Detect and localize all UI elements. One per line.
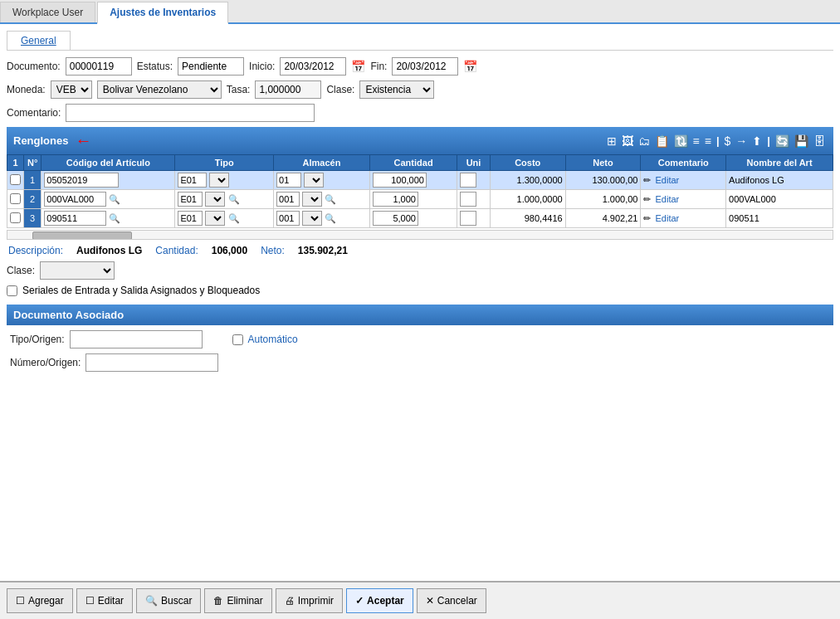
row3-costo: 980,4416 <box>490 209 565 228</box>
row2-editar-btn[interactable]: Editar <box>656 194 680 204</box>
row3-almacen-input[interactable] <box>276 211 300 226</box>
inicio-calendar-icon[interactable]: 📅 <box>351 60 365 73</box>
row2-almacen-select[interactable] <box>302 192 322 207</box>
toolbar-btn-save[interactable]: 💾 <box>793 133 810 149</box>
toolbar-btn-up[interactable]: ⬆ <box>750 133 764 149</box>
tipo-origen-input[interactable] <box>70 330 203 348</box>
toolbar-btn-2[interactable]: 🖼 <box>620 133 635 149</box>
row1-editar-btn[interactable]: Editar <box>656 175 680 185</box>
form-row-1: Documento: Estatus: Inicio: 📅 Fin: 📅 <box>7 57 833 76</box>
row3-num: 3 <box>24 209 42 228</box>
row3-uni-input[interactable] <box>460 211 476 226</box>
imprimir-button[interactable]: 🖨 Imprimir <box>276 588 343 613</box>
toolbar-btn-6[interactable]: ≡ <box>691 133 701 149</box>
row3-almacen-search[interactable]: 🔍 <box>325 213 336 223</box>
row1-uni-input[interactable] <box>460 173 476 188</box>
row3-editar-btn[interactable]: Editar <box>656 213 680 223</box>
row1-checkbox[interactable] <box>10 174 21 185</box>
estatus-input[interactable] <box>178 57 244 76</box>
eliminar-button[interactable]: 🗑 Eliminar <box>204 588 271 613</box>
row1-tipo-input[interactable] <box>178 173 207 188</box>
toolbar-btn-5[interactable]: 🔃 <box>672 133 690 149</box>
row1-almacen-input[interactable] <box>276 173 301 188</box>
aceptar-button[interactable]: ✓ Aceptar <box>346 588 413 613</box>
numero-origen-input[interactable] <box>85 353 218 372</box>
row3-tipo: 🔍 <box>175 209 274 228</box>
fin-calendar-icon[interactable]: 📅 <box>463 60 477 73</box>
row2-almacen-search[interactable]: 🔍 <box>325 194 336 204</box>
row3-comentario: ✏ Editar <box>641 209 726 228</box>
table-row: 3 🔍 🔍 🔍 <box>7 209 833 228</box>
editar-button[interactable]: ☐ Editar <box>76 588 133 613</box>
comentario-input[interactable] <box>66 104 315 122</box>
row2-codigo-input[interactable] <box>44 192 106 207</box>
toolbar-btn-refresh[interactable]: 🔄 <box>774 133 791 149</box>
row3-nombre: 090511 <box>726 209 833 228</box>
row3-tipo-input[interactable] <box>178 211 203 226</box>
table-row: 1 <box>7 171 833 190</box>
toolbar-btn-arrow[interactable]: → <box>734 133 749 149</box>
imprimir-icon: 🖨 <box>285 595 295 607</box>
toolbar-btn-3[interactable]: 🗂 <box>637 133 652 149</box>
clase-select[interactable] <box>40 261 115 280</box>
agregar-label: Agregar <box>28 595 64 607</box>
toolbar-btn-db[interactable]: 🗄 <box>812 133 827 149</box>
row2-checkbox[interactable] <box>10 193 21 204</box>
toolbar-btn-4[interactable]: 📋 <box>653 133 671 149</box>
row2-cantidad <box>369 190 457 209</box>
agregar-button[interactable]: ☐ Agregar <box>7 588 73 613</box>
row2-tipo-search[interactable]: 🔍 <box>228 194 240 204</box>
row1-comentario: ✏ Editar <box>641 171 726 190</box>
tasa-input <box>255 80 321 99</box>
row2-cantidad-input[interactable] <box>373 192 418 207</box>
toolbar-btn-1[interactable]: ⊞ <box>605 133 618 149</box>
row3-tipo-select[interactable] <box>205 211 225 226</box>
row2-tipo-input[interactable] <box>178 192 203 207</box>
inicio-label: Inicio: <box>249 61 275 72</box>
toolbar-btn-dollar[interactable]: $ <box>723 133 733 149</box>
inicio-input[interactable] <box>280 57 346 76</box>
row2-num: 2 <box>24 190 42 209</box>
row3-cantidad-input[interactable] <box>373 211 418 226</box>
tipo-origen-row: Tipo/Origen: Automático <box>10 330 830 348</box>
moneda-desc-select[interactable]: Bolivar Venezolano <box>97 80 222 99</box>
buscar-button[interactable]: 🔍 Buscar <box>136 588 201 613</box>
row1-tipo-select[interactable] <box>209 173 229 188</box>
row3-codigo-input[interactable] <box>44 211 106 226</box>
tab-workplace-user[interactable]: Workplace User <box>0 2 95 22</box>
th-codigo: Código del Artículo <box>42 155 175 171</box>
cancelar-button[interactable]: ✕ Cancelar <box>417 588 486 613</box>
doc-asociado-header: Documento Asociado <box>7 305 833 325</box>
row1-cantidad-input[interactable] <box>373 173 427 188</box>
eliminar-icon: 🗑 <box>213 595 223 607</box>
buscar-label: Buscar <box>161 595 192 607</box>
row3-tipo-search[interactable]: 🔍 <box>228 213 240 223</box>
automatico-checkbox[interactable] <box>232 334 243 345</box>
moneda-select[interactable]: VEB <box>51 80 92 99</box>
row2-check <box>7 190 24 209</box>
row1-almacen-select[interactable] <box>304 173 324 188</box>
row2-tipo-select[interactable] <box>205 192 225 207</box>
th-tipo: Tipo <box>175 155 274 171</box>
documento-input[interactable] <box>66 57 132 76</box>
row3-almacen-select[interactable] <box>302 211 322 226</box>
fin-input[interactable] <box>392 57 458 76</box>
tab-general[interactable]: General <box>7 31 71 50</box>
clase-header-select[interactable]: Existencia <box>359 80 434 99</box>
row2-uni-input[interactable] <box>460 192 476 207</box>
row2-search-icon[interactable]: 🔍 <box>109 194 120 204</box>
toolbar-btn-7[interactable]: ≡ <box>703 133 713 149</box>
tab-ajustes-inventarios[interactable]: Ajustes de Inventarios <box>97 2 228 24</box>
row1-almacen <box>274 171 370 190</box>
row3-checkbox[interactable] <box>10 212 21 223</box>
row2-almacen-input[interactable] <box>276 192 300 207</box>
seriales-checkbox[interactable] <box>7 285 17 296</box>
editar-icon: ☐ <box>85 595 95 607</box>
row1-cantidad <box>369 171 457 190</box>
seriales-row: Seriales de Entrada y Salida Asignados y… <box>7 281 833 300</box>
row3-search-icon[interactable]: 🔍 <box>109 213 120 223</box>
footer: ☐ Agregar ☐ Editar 🔍 Buscar 🗑 Eliminar 🖨… <box>0 581 840 619</box>
scrollbar-thumb[interactable] <box>32 232 132 240</box>
horizontal-scrollbar[interactable] <box>7 230 833 240</box>
row1-codigo-input[interactable] <box>44 173 119 188</box>
